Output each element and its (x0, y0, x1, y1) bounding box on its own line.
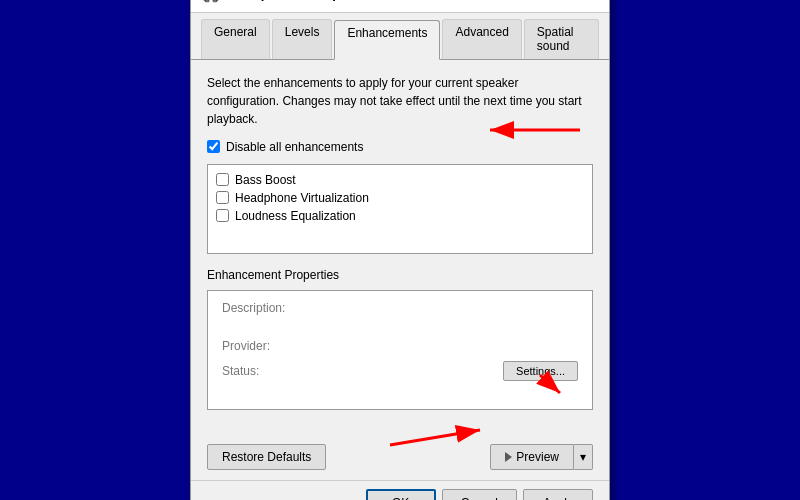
preview-dropdown-button[interactable]: ▾ (574, 444, 593, 470)
tab-enhancements[interactable]: Enhancements (334, 20, 440, 60)
tab-general[interactable]: General (201, 19, 270, 59)
headphones-icon: 🎧 (201, 0, 221, 3)
preview-group: Preview ▾ (490, 444, 593, 470)
tab-spatial-sound[interactable]: Spatial sound (524, 19, 599, 59)
close-button[interactable]: ✕ (579, 0, 599, 4)
cancel-button[interactable]: Cancel (442, 489, 517, 501)
tab-advanced[interactable]: Advanced (442, 19, 521, 59)
tab-bar: General Levels Enhancements Advanced Spa… (191, 13, 609, 60)
loudness-equalization-checkbox[interactable] (216, 209, 229, 222)
title-bar: 🎧 Headphones Properties ✕ (191, 0, 609, 13)
dialog-title: Headphones Properties (229, 0, 375, 1)
loudness-equalization-label: Loudness Equalization (235, 209, 356, 223)
play-icon (505, 452, 512, 462)
provider-label: Provider: (222, 339, 302, 353)
properties-box: Description: Provider: Status: Settings.… (207, 290, 593, 410)
status-prop-row: Status: Settings... (222, 361, 578, 381)
preview-label: Preview (516, 450, 559, 464)
disable-all-checkbox[interactable] (207, 140, 220, 153)
bass-boost-checkbox[interactable] (216, 173, 229, 186)
disable-all-row: Disable all enhancements (207, 140, 593, 154)
ok-button[interactable]: OK (366, 489, 436, 501)
preview-button[interactable]: Preview (490, 444, 574, 470)
bass-boost-label: Bass Boost (235, 173, 296, 187)
list-item: Loudness Equalization (216, 209, 584, 223)
status-label: Status: (222, 364, 302, 378)
description-prop-row: Description: (222, 301, 578, 315)
properties-section-label: Enhancement Properties (207, 268, 593, 282)
list-item: Bass Boost (216, 173, 584, 187)
description-text: Select the enhancements to apply for you… (207, 74, 593, 128)
headphone-virtualization-checkbox[interactable] (216, 191, 229, 204)
headphone-virtualization-label: Headphone Virtualization (235, 191, 369, 205)
description-label: Description: (222, 301, 302, 315)
dialog-content: Select the enhancements to apply for you… (191, 60, 609, 438)
settings-button[interactable]: Settings... (503, 361, 578, 381)
list-item: Headphone Virtualization (216, 191, 584, 205)
restore-defaults-button[interactable]: Restore Defaults (207, 444, 326, 470)
headphones-properties-dialog: 🎧 Headphones Properties ✕ General Levels… (190, 0, 610, 500)
apply-button[interactable]: Apply (523, 489, 593, 501)
disable-all-label: Disable all enhancements (226, 140, 363, 154)
tab-levels[interactable]: Levels (272, 19, 333, 59)
dialog-footer: OK Cancel Apply (191, 480, 609, 501)
provider-prop-row: Provider: (222, 339, 578, 353)
bottom-buttons-area: Restore Defaults Preview ▾ (191, 438, 609, 480)
enhancements-listbox: Bass Boost Headphone Virtualization Loud… (207, 164, 593, 254)
